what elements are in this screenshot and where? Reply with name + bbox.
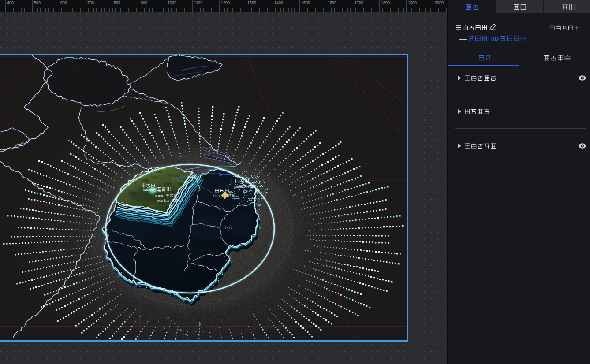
svg-text:name:: name: xyxy=(213,193,224,198)
svg-text:name:: name: xyxy=(143,188,153,192)
svg-text:name:: name: xyxy=(155,193,165,198)
svg-text::: : xyxy=(488,35,489,41)
svg-text:number: 1366: number: 1366 xyxy=(157,198,180,203)
svg-text:3D: 3D xyxy=(491,35,499,42)
svg-text:name:: name: xyxy=(234,184,244,189)
